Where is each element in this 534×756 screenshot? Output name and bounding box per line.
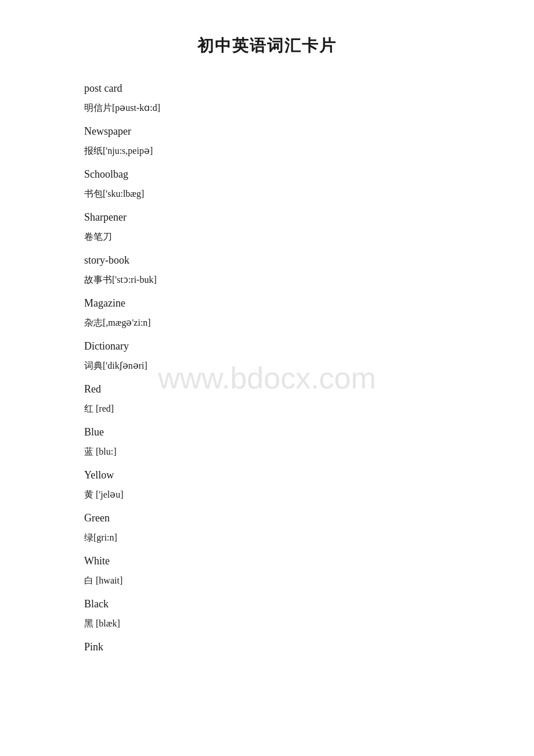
vocab-entry-6: Dictionary词典['dikʃənəri]	[84, 336, 450, 375]
chinese-pronunciation-2: 书包['sku:lbæg]	[84, 185, 450, 203]
chinese-pronunciation-11: 白 [hwait]	[84, 571, 450, 590]
english-word-6: Dictionary	[84, 336, 450, 357]
english-word-9: Yellow	[84, 465, 450, 485]
vocabulary-list: post card明信片[pəust-kɑ:d]Newspaper报纸['nju…	[0, 78, 534, 657]
chinese-pronunciation-10: 绿[gri:n]	[84, 528, 450, 547]
chinese-pronunciation-9: 黄 ['jeləu]	[84, 485, 450, 504]
chinese-pronunciation-6: 词典['dikʃənəri]	[84, 357, 450, 375]
english-word-7: Red	[84, 379, 450, 399]
page-title: 初中英语词汇卡片	[0, 35, 534, 57]
english-word-3: Sharpener	[84, 207, 450, 228]
vocab-entry-12: Black黑 [blæk]	[84, 593, 450, 633]
english-word-5: Magazine	[84, 293, 450, 314]
vocab-entry-8: Blue蓝 [blu:]	[84, 422, 450, 461]
vocab-entry-5: Magazine杂志[,mægə'zi:n]	[84, 293, 450, 332]
vocab-entry-10: Green绿[gri:n]	[84, 507, 450, 547]
english-word-12: Black	[84, 593, 450, 614]
english-word-4: story-book	[84, 250, 450, 271]
english-word-2: Schoolbag	[84, 164, 450, 185]
english-word-1: Newspaper	[84, 121, 450, 142]
vocab-entry-4: story-book故事书['stɔ:ri-buk]	[84, 250, 450, 289]
chinese-pronunciation-0: 明信片[pəust-kɑ:d]	[84, 99, 450, 117]
chinese-pronunciation-12: 黑 [blæk]	[84, 614, 450, 633]
vocab-entry-11: White白 [hwait]	[84, 550, 450, 590]
chinese-pronunciation-7: 红 [red]	[84, 399, 450, 418]
chinese-pronunciation-5: 杂志[,mægə'zi:n]	[84, 314, 450, 332]
english-word-0: post card	[84, 78, 450, 99]
english-word-11: White	[84, 550, 450, 571]
chinese-pronunciation-3: 卷笔刀	[84, 228, 450, 246]
english-word-10: Green	[84, 507, 450, 528]
vocab-entry-0: post card明信片[pəust-kɑ:d]	[84, 78, 450, 117]
vocab-entry-2: Schoolbag书包['sku:lbæg]	[84, 164, 450, 203]
chinese-pronunciation-4: 故事书['stɔ:ri-buk]	[84, 271, 450, 289]
vocab-entry-13: Pink	[84, 636, 450, 657]
vocab-entry-1: Newspaper报纸['nju:s,peipə]	[84, 121, 450, 160]
vocab-entry-9: Yellow黄 ['jeləu]	[84, 465, 450, 504]
vocab-entry-3: Sharpener卷笔刀	[84, 207, 450, 246]
english-word-8: Blue	[84, 422, 450, 442]
chinese-pronunciation-8: 蓝 [blu:]	[84, 442, 450, 461]
english-word-13: Pink	[84, 636, 450, 657]
vocab-entry-7: Red红 [red]	[84, 379, 450, 418]
chinese-pronunciation-1: 报纸['nju:s,peipə]	[84, 142, 450, 160]
